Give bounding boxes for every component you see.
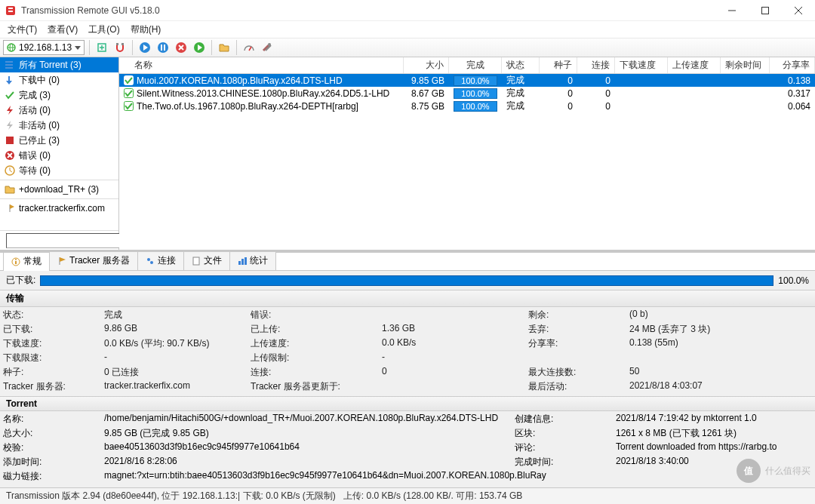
svg-line-42: [10, 171, 12, 172]
svg-marker-44: [10, 204, 14, 209]
start-all-button[interactable]: [192, 40, 207, 55]
svg-rect-36: [6, 137, 14, 144]
inactive-icon: [5, 120, 15, 131]
svg-point-18: [158, 42, 168, 53]
tab-label: Tracker 服务器: [69, 254, 130, 267]
cell-ulspeed: [668, 87, 721, 100]
torrent-name: Silent.Witness.2013.CHINESE.1080p.BluRay…: [137, 88, 389, 99]
maximize-button[interactable]: [749, 0, 782, 21]
filter-stopped[interactable]: 已停止 (3): [0, 133, 118, 148]
cell-size: 9.85 GB: [404, 74, 449, 87]
filter-all[interactable]: 所有 Torrent (3): [0, 57, 118, 72]
v-created: 2021/8/14 7:19:42 by mktorrent 1.0: [616, 413, 797, 426]
col-done[interactable]: 完成: [449, 57, 502, 73]
k-maxpeers: 最大连接数:: [528, 366, 626, 379]
k-ratio: 分享率:: [528, 337, 626, 350]
v-pieces: 1261 x 8 MB (已下载 1261 块): [616, 427, 797, 440]
preferences-button[interactable]: [260, 40, 275, 55]
cell-seeds: 0: [540, 100, 577, 112]
v-status: 完成: [104, 309, 248, 321]
col-eta[interactable]: 剩余时间: [721, 57, 770, 73]
pause-button[interactable]: [155, 40, 171, 55]
close-button[interactable]: [782, 0, 815, 21]
v-tname: /home/benjamin/Hitachi500G/+download_TR+…: [104, 413, 512, 426]
v-blank: [629, 352, 788, 364]
tracker-item[interactable]: tracker.trackerfix.com: [0, 201, 118, 216]
col-status[interactable]: 状态: [502, 57, 540, 73]
menu-tools[interactable]: 工具(O): [84, 22, 124, 38]
cell-ratio: 0.317: [770, 87, 815, 100]
menu-view[interactable]: 查看(V): [43, 22, 82, 38]
cell-done: 100.0%: [449, 87, 502, 100]
svg-point-55: [15, 259, 17, 260]
col-ulspeed[interactable]: 上传速度: [668, 57, 721, 73]
folder-icon: [5, 184, 15, 195]
tab-general[interactable]: 常规: [3, 252, 50, 271]
filter-label: 非活动 (0): [19, 119, 60, 132]
cell-size: 8.67 GB: [404, 87, 449, 100]
k-tname: 名称:: [3, 413, 101, 426]
filter-downloading[interactable]: 下载中 (0): [0, 72, 118, 88]
v-dlspeed: 0.0 KB/s (平均: 90.7 KB/s): [104, 337, 248, 350]
tab-peers[interactable]: 连接: [137, 251, 184, 270]
tracker-label: tracker.trackerfix.com: [19, 203, 105, 214]
open-folder-button[interactable]: [217, 40, 232, 55]
sidebar-search: [0, 230, 118, 250]
torrent-list[interactable]: Muoi.2007.KOREAN.1080p.BluRay.x264.DTS-L…: [119, 74, 815, 250]
cell-size: 8.75 GB: [404, 100, 449, 112]
k-remain: 剩余:: [528, 309, 626, 321]
tab-trackers[interactable]: Tracker 服务器: [49, 251, 138, 270]
filter-waiting[interactable]: 等待 (0): [0, 163, 118, 178]
tab-files[interactable]: 文件: [183, 251, 230, 270]
v-ullimit: -: [382, 352, 525, 364]
cell-eta: [721, 87, 770, 100]
clock-icon: [5, 165, 15, 176]
svg-marker-34: [7, 106, 13, 115]
svg-rect-63: [244, 257, 247, 265]
minimize-button[interactable]: [715, 0, 749, 21]
filter-active[interactable]: 活动 (0): [0, 103, 118, 118]
filter-error[interactable]: 错误 (0): [0, 148, 118, 163]
toolbar: 192.168.1.13: [0, 38, 815, 57]
v-ratio: 0.138 (55m): [629, 337, 788, 350]
search-input[interactable]: [6, 233, 125, 248]
k-dllimit: 下载限速:: [3, 352, 101, 364]
check-icon: [5, 90, 15, 100]
filter-label: 活动 (0): [19, 104, 51, 117]
add-magnet-button[interactable]: [112, 40, 128, 55]
cell-ulspeed: [668, 74, 721, 87]
v-downloaded: 9.86 GB: [104, 323, 248, 336]
overall-progress: 已下载: 100.0%: [0, 271, 815, 290]
cell-dlspeed: [615, 74, 668, 87]
k-completed: 完成时间:: [515, 456, 613, 469]
col-peers[interactable]: 连接: [577, 57, 615, 73]
cell-eta: [721, 74, 770, 87]
menu-help[interactable]: 帮助(H): [126, 22, 166, 38]
col-name[interactable]: 名称: [119, 57, 404, 73]
torrent-row[interactable]: Silent.Witness.2013.CHINESE.1080p.BluRay…: [119, 87, 815, 100]
col-size[interactable]: 大小: [404, 57, 449, 73]
folder-item[interactable]: +download_TR+ (3): [0, 182, 118, 197]
cell-ulspeed: [668, 100, 721, 112]
add-torrent-button[interactable]: [94, 40, 109, 55]
col-ratio[interactable]: 分享率: [770, 57, 815, 73]
start-button[interactable]: [137, 40, 152, 55]
filter-completed[interactable]: 完成 (3): [0, 88, 118, 103]
connection-selector[interactable]: 192.168.1.13: [3, 40, 85, 55]
filter-inactive[interactable]: 非活动 (0): [0, 118, 118, 133]
col-seeds[interactable]: 种子: [540, 57, 577, 73]
tab-stats[interactable]: 统计: [229, 251, 276, 270]
v-remain: (0 b): [629, 309, 788, 321]
svg-rect-60: [193, 257, 199, 265]
torrent-row[interactable]: The.Two.of.Us.1967.1080p.BluRay.x264-DEP…: [119, 100, 815, 112]
filter-list: 所有 Torrent (3) 下载中 (0) 完成 (3) 活动 (0) 非活动…: [0, 57, 118, 230]
col-dlspeed[interactable]: 下载速度: [615, 57, 668, 73]
torrent-row[interactable]: Muoi.2007.KOREAN.1080p.BluRay.x264.DTS-L…: [119, 74, 815, 87]
k-magnet: 磁力链接:: [3, 470, 101, 483]
menu-file[interactable]: 文件(T): [3, 22, 42, 38]
k-added: 添加时间:: [3, 456, 101, 469]
filter-label: 已停止 (3): [19, 134, 60, 147]
speed-limit-button[interactable]: [241, 40, 257, 55]
progress-percent: 100.0%: [778, 275, 809, 286]
remove-button[interactable]: [174, 40, 189, 55]
